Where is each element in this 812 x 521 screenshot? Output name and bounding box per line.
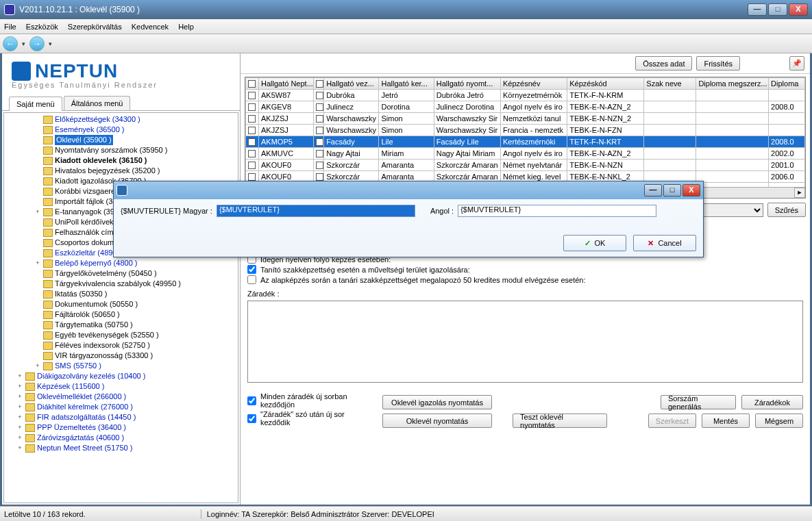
table-row[interactable]: AKGEV8JulineczDorotinaJulinecz DorotinaA… (246, 101, 805, 113)
dialog-input-angol[interactable]: {$MUVTERULET} (458, 205, 656, 217)
tree-item[interactable]: +FIR adatszolgáltatás (14450 ) (7, 412, 236, 422)
save-button[interactable]: Mentés (702, 414, 750, 428)
edit-button[interactable]: Szerkeszt (648, 414, 696, 428)
tree-item[interactable]: Tárgytematika (50750 ) (7, 320, 236, 330)
tab-own-menu[interactable]: Saját menü (9, 97, 62, 111)
refresh-button[interactable]: Frissítés (696, 56, 740, 71)
tree-item[interactable]: Egyéb tevékenységek (52550 ) (7, 330, 236, 340)
tree-item[interactable]: +PPP Üzemeltetés (36400 ) (7, 422, 236, 433)
tree-item[interactable]: +Neptun Meet Street (51750 ) (7, 443, 236, 453)
label-alapkepzes: Az alapképzés során a tanári szakképzett… (260, 276, 586, 284)
table-row[interactable]: AK5W87DubrókaJetróDubróka JetróKörnyezet… (246, 90, 805, 101)
zaradek-label: Záradék : (247, 290, 279, 298)
tree-item[interactable]: +SMS (55750 ) (7, 361, 236, 371)
label-zaradek-ujsor: "Záradék" szó után új sor kezdődik (260, 410, 362, 427)
tree-item[interactable]: +Belépő képernyő (4800 ) (7, 258, 236, 268)
check-tanito[interactable] (247, 265, 256, 274)
menu-tree[interactable]: Előképzettségek (34300 )Események (36500… (3, 112, 238, 503)
logo-area: NEPTUN Egységes Tanulmányi Rendszer (2, 53, 240, 92)
table-row[interactable]: AKMUVCNagy AjtaiMiriamNagy Ajtai MiriamA… (246, 148, 805, 160)
menubar: File Eszközök Szerepkörváltás Kedvencek … (0, 19, 812, 34)
tree-item[interactable]: Dokumentumok (50550 ) (7, 299, 236, 309)
cancel-button[interactable]: Mégsem (755, 414, 803, 428)
minimize-button[interactable]: — (748, 3, 767, 16)
logo-subtitle: Egységes Tanulmányi Rendszer (12, 81, 230, 89)
dialog-ok-button[interactable]: ✓OK (563, 235, 626, 251)
print-test-button[interactable]: Teszt oklevél nyomtatás (513, 414, 607, 428)
tree-item[interactable]: +Diákhitel kérelmek (276000 ) (7, 402, 236, 412)
tree-item[interactable]: Oklevél (35900 ) (7, 135, 236, 145)
sorszam-button[interactable]: Sorszám generálás (661, 395, 736, 409)
back-button[interactable]: ← (3, 36, 18, 51)
tree-item[interactable]: Iktatás (50350 ) (7, 289, 236, 299)
back-dropdown[interactable]: ▾ (22, 40, 25, 47)
tree-item[interactable]: Tárgyelőkövetelmény (50450 ) (7, 268, 236, 279)
dialog-cancel-label: Cancel (658, 239, 681, 247)
print-igazolas-button[interactable]: Oklevél igazolás nyomtatás (382, 395, 492, 409)
logo-icon (12, 62, 31, 81)
close-button[interactable]: X (789, 3, 808, 16)
tree-item[interactable]: +Oklevélmelléklet (266000 ) (7, 392, 236, 402)
check-icon: ✓ (585, 239, 591, 248)
forward-dropdown[interactable]: ▾ (49, 40, 52, 47)
window-titlebar: V2011.10.21.1 : Oklevél (35900 ) — □ X (0, 0, 812, 19)
right-panel: Összes adat Frissítés 📌 Hallgató Nept...… (241, 53, 810, 505)
tree-item[interactable]: Kiadott oklevelek (36150 ) (7, 155, 236, 166)
table-row[interactable]: AKJZSJWarschawszkySimonWarschawszky SirN… (246, 113, 805, 125)
app-icon (4, 4, 15, 15)
label-tanito: Tanító szakképzettség esetén a műveltség… (260, 266, 470, 274)
menu-role[interactable]: Szerepkörváltás (68, 23, 122, 31)
check-zaradek-ujsor[interactable] (247, 414, 256, 423)
bottom-form: Korábbi tanulmányok beszámításakor ugyan… (241, 217, 810, 505)
menu-tools[interactable]: Eszközök (26, 23, 58, 31)
dialog-label-magyar: {$MUVTERULET} Magyar : (121, 207, 212, 215)
maximize-button[interactable]: □ (768, 3, 787, 16)
dialog-maximize[interactable]: □ (663, 184, 681, 196)
tree-item[interactable]: Események (36500 ) (7, 125, 236, 135)
dialog-ok-label: OK (595, 239, 606, 247)
print-oklevel-button[interactable]: Oklevél nyomtatás (382, 414, 492, 428)
tree-item[interactable]: Nyomtatvány sorszámok (35950 ) (7, 145, 236, 155)
dialog-label-angol: Angol : (430, 207, 454, 215)
menu-file[interactable]: File (4, 23, 16, 31)
tree-item[interactable]: +Képzések (115600 ) (7, 381, 236, 392)
check-ujsor[interactable] (247, 396, 256, 405)
dialog-icon (116, 185, 127, 196)
logo-text: NEPTUN (35, 60, 118, 82)
left-panel: NEPTUN Egységes Tanulmányi Rendszer Sajá… (2, 53, 241, 505)
dialog-input-magyar[interactable]: {$MUVTERULET} (217, 205, 415, 217)
dialog-close[interactable]: X (682, 184, 700, 196)
zaradekok-button[interactable]: Záradékok (741, 395, 803, 409)
dialog-cancel-button[interactable]: ✕Cancel (633, 235, 696, 251)
tree-item[interactable]: Előképzettségek (34300 ) (7, 114, 236, 125)
tree-item[interactable]: Fájltárolók (50650 ) (7, 309, 236, 320)
all-data-button[interactable]: Összes adat (635, 56, 692, 71)
status-left: Letöltve 10 / 163 rekord. (4, 510, 86, 518)
menu-fav[interactable]: Kedvencek (132, 23, 169, 31)
dialog-minimize[interactable]: — (644, 184, 662, 196)
tab-general-menu[interactable]: Általános menü (64, 96, 131, 110)
status-right: Loginnév: TA Szerepkör: Belső Adminisztr… (207, 510, 434, 518)
pin-icon[interactable]: 📌 (789, 56, 804, 71)
zaradek-textarea[interactable] (247, 301, 803, 383)
tree-item[interactable]: +Záróvizsgáztatás (40600 ) (7, 433, 236, 443)
tree-item[interactable]: +Diákigazolvány kezelés (10400 ) (7, 371, 236, 381)
dialog-titlebar: — □ X (114, 181, 703, 199)
window-title: V2011.10.21.1 : Oklevél (35900 ) (19, 5, 140, 14)
forward-button[interactable]: → (29, 36, 45, 51)
scroll-right[interactable]: ► (794, 188, 805, 198)
filter-button[interactable]: Szűrés (767, 203, 806, 217)
tree-item[interactable]: Féléves indexsorok (52750 ) (7, 340, 236, 351)
tree-item[interactable]: Tárgyekvivalencia szabályok (49950 ) (7, 279, 236, 289)
status-bar: Letöltve 10 / 163 rekord. Loginnév: TA S… (0, 506, 812, 521)
table-row[interactable]: AKJZSJWarschawszkySimonWarschawszky SirF… (246, 125, 805, 136)
check-alapkepzes[interactable] (247, 275, 256, 284)
menu-help[interactable]: Help (178, 23, 194, 31)
nav-toolbar: ←▾ →▾ (0, 34, 812, 53)
table-row[interactable]: AKOUF0SzkorczárAmarantaSzkorczár AmaranN… (246, 160, 805, 171)
cross-icon: ✕ (648, 239, 654, 248)
muvterulet-dialog: — □ X {$MUVTERULET} Magyar : {$MUVTERULE… (113, 181, 704, 257)
table-row[interactable]: AKMOP5FacsádyLileFacsády LileKertészmérn… (246, 136, 805, 148)
tree-item[interactable]: VIR tárgyazonosság (53300 ) (7, 351, 236, 361)
tree-item[interactable]: Hivatalos bejegyzések (35200 ) (7, 166, 236, 176)
